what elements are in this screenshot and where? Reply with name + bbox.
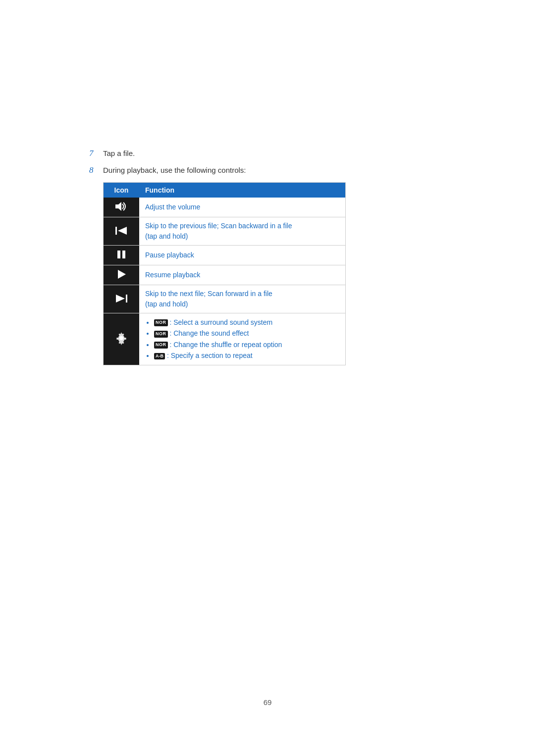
ab-badge: A-B bbox=[154, 353, 165, 360]
volume-function-text: Adjust the volume bbox=[145, 203, 200, 211]
nor-badge-1: NOR bbox=[154, 319, 168, 326]
skip-next-function-line1: Skip to the next file; Scan forward in a… bbox=[145, 290, 272, 298]
play-function-cell: Resume playback bbox=[139, 265, 345, 285]
step-7: 7 Tap a file. bbox=[89, 149, 446, 158]
skip-prev-function-line1: Skip to the previous file; Scan backward… bbox=[145, 222, 292, 230]
table-row: Adjust the volume bbox=[104, 198, 345, 217]
skip-prev-function-line2: (tap and hold) bbox=[145, 232, 188, 240]
pause-function-cell: Pause playback bbox=[139, 246, 345, 265]
volume-icon bbox=[114, 205, 128, 213]
play-function-text: Resume playback bbox=[145, 271, 200, 279]
svg-marker-0 bbox=[115, 202, 121, 211]
settings-bullet-3: NOR : Change the shuffle or repeat optio… bbox=[154, 339, 339, 350]
step-8-number: 8 bbox=[89, 165, 103, 175]
svg-marker-2 bbox=[118, 227, 127, 235]
skip-prev-icon-cell bbox=[104, 217, 139, 246]
skip-next-function-line2: (tap and hold) bbox=[145, 300, 188, 308]
svg-rect-4 bbox=[122, 251, 125, 258]
step-8: 8 During playback, use the following con… bbox=[89, 165, 446, 175]
skip-prev-icon bbox=[115, 230, 128, 238]
svg-rect-3 bbox=[117, 251, 120, 258]
settings-bullet-2: NOR : Change the sound effect bbox=[154, 328, 339, 339]
pause-icon bbox=[116, 253, 127, 261]
settings-bullet-list: NOR : Select a surround sound system NOR… bbox=[145, 317, 339, 361]
settings-icon-cell bbox=[104, 313, 139, 365]
settings-bullet-2-text: : Change the sound effect bbox=[169, 329, 249, 337]
pause-function-text: Pause playback bbox=[145, 251, 194, 259]
page-content: 7 Tap a file. 8 During playback, use the… bbox=[0, 0, 535, 415]
settings-icon bbox=[114, 339, 128, 347]
step-7-number: 7 bbox=[89, 149, 103, 158]
table-row: Skip to the previous file; Scan backward… bbox=[104, 217, 345, 246]
nor-badge-3: NOR bbox=[154, 342, 168, 349]
settings-bullet-1: NOR : Select a surround sound system bbox=[154, 317, 339, 328]
settings-bullet-1-text: : Select a surround sound system bbox=[169, 318, 272, 326]
table-row: Pause playback bbox=[104, 246, 345, 265]
play-icon bbox=[116, 273, 127, 281]
skip-next-icon-cell bbox=[104, 285, 139, 313]
controls-table: Icon Function bbox=[103, 182, 346, 365]
table-row: Resume playback bbox=[104, 265, 345, 285]
step-8-text: During playback, use the following contr… bbox=[103, 165, 246, 174]
svg-marker-7 bbox=[116, 295, 125, 302]
volume-function-cell: Adjust the volume bbox=[139, 198, 345, 217]
volume-icon-cell bbox=[104, 198, 139, 217]
svg-rect-1 bbox=[115, 227, 117, 235]
settings-bullet-3-text: : Change the shuffle or repeat option bbox=[169, 341, 282, 349]
table-row: NOR : Select a surround sound system NOR… bbox=[104, 313, 345, 365]
settings-bullet-4: A-B : Specify a section to repeat bbox=[154, 350, 339, 361]
settings-function-cell: NOR : Select a surround sound system NOR… bbox=[139, 313, 345, 365]
svg-marker-5 bbox=[118, 270, 126, 279]
settings-bullet-4-text: : Specify a section to repeat bbox=[167, 352, 253, 359]
icon-column-header: Icon bbox=[104, 183, 139, 198]
step-7-text: Tap a file. bbox=[103, 149, 135, 157]
skip-next-function-cell: Skip to the next file; Scan forward in a… bbox=[139, 285, 345, 313]
function-column-header: Function bbox=[139, 183, 345, 198]
page-number: 69 bbox=[264, 698, 272, 706]
skip-next-icon bbox=[115, 298, 128, 305]
svg-rect-6 bbox=[126, 295, 127, 302]
pause-icon-cell bbox=[104, 246, 139, 265]
skip-prev-function-cell: Skip to the previous file; Scan backward… bbox=[139, 217, 345, 246]
table-header-row: Icon Function bbox=[104, 183, 345, 198]
table-row: Skip to the next file; Scan forward in a… bbox=[104, 285, 345, 313]
nor-badge-2: NOR bbox=[154, 331, 168, 338]
play-icon-cell bbox=[104, 265, 139, 285]
